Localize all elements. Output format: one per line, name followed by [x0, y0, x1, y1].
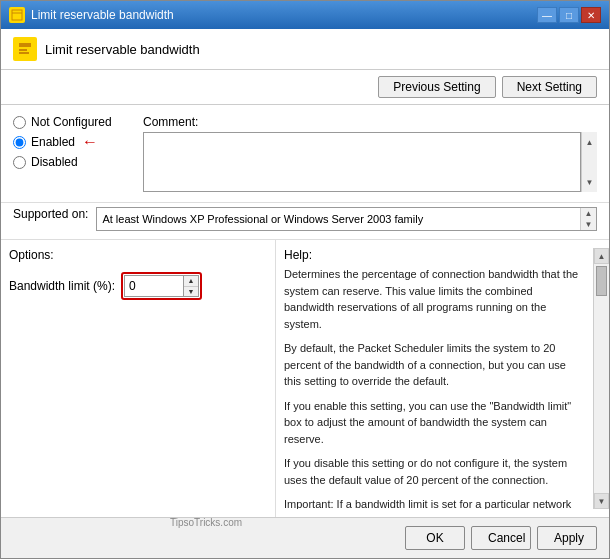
options-content: Bandwidth limit (%): ▲ ▼	[9, 268, 267, 300]
help-para-2: By default, the Packet Scheduler limits …	[284, 340, 583, 390]
close-button[interactable]: ✕	[581, 7, 601, 23]
bandwidth-label: Bandwidth limit (%):	[9, 279, 115, 293]
cancel-button[interactable]: Cancel	[471, 526, 531, 550]
svg-rect-4	[19, 49, 27, 51]
svg-rect-3	[19, 43, 31, 47]
not-configured-radio[interactable]	[13, 116, 26, 129]
comment-scroll-down[interactable]: ▼	[582, 172, 597, 192]
maximize-button[interactable]: □	[559, 7, 579, 23]
disabled-radio[interactable]	[13, 156, 26, 169]
dialog-footer: TipsоTricks.com OK Cancel Apply	[1, 517, 609, 558]
minimize-button[interactable]: —	[537, 7, 557, 23]
window-title: Limit reservable bandwidth	[31, 8, 174, 22]
not-configured-option[interactable]: Not Configured	[13, 115, 133, 129]
help-scrollbar[interactable]: ▲ ▼	[593, 248, 609, 509]
comment-scrollbar[interactable]: ▲ ▼	[581, 132, 597, 192]
help-panel: Help: Determines the percentage of conne…	[276, 240, 609, 517]
bandwidth-spinner-buttons: ▲ ▼	[184, 275, 199, 297]
help-scroll-up[interactable]: ▲	[594, 248, 609, 264]
supported-on-section: Supported on: At least Windows XP Profes…	[1, 203, 609, 240]
svg-rect-0	[12, 10, 22, 20]
disabled-option[interactable]: Disabled	[13, 155, 133, 169]
help-scroll-track[interactable]	[594, 264, 609, 493]
bandwidth-increment-button[interactable]: ▲	[184, 276, 198, 286]
enabled-radio[interactable]	[13, 136, 26, 149]
next-setting-button[interactable]: Next Setting	[502, 76, 597, 98]
top-section: Not Configured Enabled ← Disabled Commen…	[1, 105, 609, 203]
supported-on-scrollbar[interactable]: ▲ ▼	[580, 208, 596, 230]
bandwidth-input[interactable]	[124, 275, 184, 297]
dialog-header-title: Limit reservable bandwidth	[45, 42, 200, 57]
options-panel: Options: Bandwidth limit (%): ▲ ▼	[1, 240, 276, 517]
title-bar-left: Limit reservable bandwidth	[9, 7, 174, 23]
main-content: Not Configured Enabled ← Disabled Commen…	[1, 105, 609, 517]
bandwidth-spinner-wrapper: ▲ ▼	[121, 272, 202, 300]
bandwidth-decrement-button[interactable]: ▼	[184, 286, 198, 297]
apply-button[interactable]: Apply	[537, 526, 597, 550]
supported-scroll-up[interactable]: ▲	[581, 208, 596, 219]
enabled-label: Enabled	[31, 135, 75, 149]
radio-group: Not Configured Enabled ← Disabled	[13, 115, 133, 192]
arrow-icon: ←	[82, 133, 98, 151]
help-para-3: If you enable this setting, you can use …	[284, 398, 583, 448]
watermark: TipsоTricks.com	[170, 517, 242, 528]
comment-container: ▲ ▼	[143, 132, 597, 192]
window-icon	[9, 7, 25, 23]
comment-label: Comment:	[143, 115, 597, 129]
comment-textarea[interactable]	[143, 132, 581, 192]
comment-area: Comment: ▲ ▼	[143, 115, 597, 192]
disabled-label: Disabled	[31, 155, 78, 169]
help-para-4: If you disable this setting or do not co…	[284, 455, 583, 488]
toolbar: Previous Setting Next Setting	[1, 70, 609, 105]
supported-on-value-box: At least Windows XP Professional or Wind…	[96, 207, 597, 231]
help-para-5: Important: If a bandwidth limit is set f…	[284, 496, 583, 509]
supported-scroll-down[interactable]: ▼	[581, 219, 596, 230]
bottom-section: Options: Bandwidth limit (%): ▲ ▼	[1, 240, 609, 517]
previous-setting-button[interactable]: Previous Setting	[378, 76, 495, 98]
dialog-header: Limit reservable bandwidth	[1, 29, 609, 70]
title-bar: Limit reservable bandwidth — □ ✕	[1, 1, 609, 29]
svg-rect-5	[19, 52, 29, 54]
help-scroll-down[interactable]: ▼	[594, 493, 609, 509]
not-configured-label: Not Configured	[31, 115, 112, 129]
comment-scroll-up[interactable]: ▲	[582, 132, 597, 152]
help-text-area: Determines the percentage of connection …	[284, 266, 601, 509]
bandwidth-row: Bandwidth limit (%): ▲ ▼	[9, 272, 267, 300]
supported-on-label: Supported on:	[13, 207, 88, 221]
enabled-option[interactable]: Enabled ←	[13, 133, 133, 151]
help-para-1: Determines the percentage of connection …	[284, 266, 583, 332]
main-window: Limit reservable bandwidth — □ ✕ Limit r…	[0, 0, 610, 559]
help-label: Help:	[284, 248, 601, 262]
supported-on-value: At least Windows XP Professional or Wind…	[102, 213, 441, 225]
dialog-header-icon	[13, 37, 37, 61]
title-controls: — □ ✕	[537, 7, 601, 23]
help-scroll-thumb[interactable]	[596, 266, 607, 296]
ok-button[interactable]: OK	[405, 526, 465, 550]
options-label: Options:	[9, 248, 267, 262]
